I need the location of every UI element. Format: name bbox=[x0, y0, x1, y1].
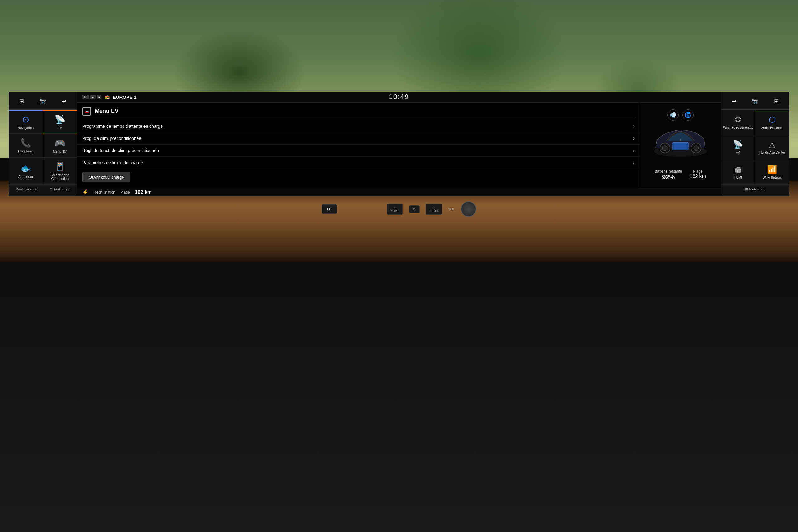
sidebar-item-telephone[interactable]: 📞 Téléphone bbox=[9, 134, 43, 157]
sidebar-item-hdmi[interactable]: ▦ HDMI bbox=[721, 160, 755, 185]
wifi-icon: 📶 bbox=[767, 165, 777, 174]
bottom-status-bar: ⚡ Rech. station Plage 162 km bbox=[77, 188, 721, 196]
all-apps-right-btn[interactable]: ⊞ Toutes app bbox=[744, 187, 767, 192]
range-bottom-label: Plage bbox=[120, 190, 130, 194]
car-svg bbox=[649, 123, 712, 164]
menu-item-clim-precond[interactable]: Prog. de clim. préconditionnée › bbox=[77, 132, 640, 145]
right-grid: ⚙ Paramètres généraux ⬡ Audio Bluetooth … bbox=[721, 110, 789, 185]
gear-settings-icon: ⚙ bbox=[735, 115, 742, 125]
chevron-icon-0: › bbox=[633, 124, 635, 129]
svg-rect-6 bbox=[673, 144, 687, 149]
sidebar-item-smartphone[interactable]: 📱 Smartphone Connection bbox=[43, 158, 77, 185]
open-charge-btn[interactable]: Ouvrir couv. charge bbox=[82, 172, 130, 182]
menu-ev-icon: 🎮 bbox=[55, 138, 65, 148]
honda-app-label: Honda App Center bbox=[759, 151, 785, 155]
radio-badges: TP ▲ ■ bbox=[82, 95, 101, 99]
range-bottom-value: 162 km bbox=[135, 189, 152, 195]
smartphone-icon: 📱 bbox=[55, 162, 65, 172]
audio-button[interactable]: ♪AUDIO bbox=[426, 204, 442, 215]
fm-label: FM bbox=[57, 126, 62, 130]
navigation-icon: ⊙ bbox=[22, 114, 29, 125]
sidebar-item-parametres[interactable]: ⚙ Paramètres généraux bbox=[721, 110, 755, 135]
ev-menu-area: 🚗 Menu EV Programme de temps d'attente e… bbox=[77, 102, 721, 188]
menu-item-charge-limit[interactable]: Paramètres de limite de charge › bbox=[77, 157, 640, 169]
ev-car-icon: 🚗 bbox=[82, 107, 91, 116]
all-apps-left-btn[interactable]: ⊞ Toutes app bbox=[48, 187, 71, 192]
sidebar-item-aquarium[interactable]: 🐟 Aquarium bbox=[9, 158, 43, 185]
sidebar-item-menu-ev[interactable]: 🎮 Menu EV bbox=[43, 134, 77, 157]
sidebar-item-honda-app[interactable]: △ Honda App Center bbox=[755, 135, 790, 159]
svg-point-2 bbox=[662, 146, 667, 151]
menu-item-clim-fonct[interactable]: Régl. de fonct. de clim. préconditionnée… bbox=[77, 145, 640, 157]
physical-controls: PP ⌂HOME ↺ ♪AUDIO VOL bbox=[0, 198, 798, 220]
chevron-icon-2: › bbox=[633, 148, 635, 153]
config-securite-btn[interactable]: Config sécurité bbox=[14, 187, 40, 192]
fan-icons: 💨 🌀 bbox=[667, 109, 694, 120]
pp-button[interactable]: PP bbox=[322, 205, 337, 214]
center-content: TP ▲ ■ 📻 EUROPE 1 10:49 🚗 Menu EV bbox=[77, 92, 721, 196]
hdmi-label: HDMI bbox=[734, 175, 742, 179]
chevron-icon-1: › bbox=[633, 136, 635, 141]
range-label: Plage bbox=[689, 169, 706, 174]
smartphone-label: Smartphone Connection bbox=[44, 173, 76, 180]
fm-right-icon: 📡 bbox=[733, 140, 743, 149]
battery-remaining: Batterie restante 92% bbox=[654, 169, 682, 181]
fm-icon: 📡 bbox=[55, 114, 65, 125]
tp-badge: TP bbox=[82, 95, 89, 99]
remaining-label: Batterie restante bbox=[654, 169, 682, 174]
right-camera-icon[interactable]: 📷 bbox=[749, 96, 761, 107]
header-bar: TP ▲ ■ 📻 EUROPE 1 10:49 bbox=[77, 92, 721, 102]
time-display: 10:49 bbox=[389, 93, 409, 101]
fan-btn-2[interactable]: 🌀 bbox=[682, 109, 694, 120]
charge-station-label: Rech. station bbox=[94, 190, 115, 194]
sidebar-item-navigation[interactable]: ⊙ Navigation bbox=[9, 110, 43, 134]
left-grid: ⊙ Navigation 📡 FM 📞 Téléphone 🎮 Menu EV … bbox=[9, 110, 77, 185]
audio-mode-button[interactable]: ↺ bbox=[409, 205, 420, 213]
vol-label: VOL bbox=[448, 208, 455, 211]
fan-btn-1[interactable]: 💨 bbox=[667, 109, 679, 120]
sidebar-item-fm[interactable]: 📡 FM bbox=[43, 110, 77, 134]
bluetooth-icon: ⬡ bbox=[769, 115, 776, 125]
home-button[interactable]: ⌂HOME bbox=[387, 204, 403, 215]
telephone-icon: 📞 bbox=[20, 138, 31, 148]
ev-menu-left: 🚗 Menu EV Programme de temps d'attente e… bbox=[77, 102, 640, 188]
radio-station: EUROPE 1 bbox=[113, 94, 136, 100]
menu-ev-label: Menu EV bbox=[53, 150, 67, 153]
menu-item-charge-wait[interactable]: Programme de temps d'attente en charge › bbox=[77, 120, 640, 132]
sidebar-item-wifi[interactable]: 📶 Wi-Fi Hotspot bbox=[755, 160, 790, 185]
radio-icon: 📻 bbox=[104, 94, 110, 99]
charge-wait-label: Programme de temps d'attente en charge bbox=[82, 124, 163, 129]
honda-app-icon: △ bbox=[769, 140, 775, 149]
clim-precond-label: Prog. de clim. préconditionnée bbox=[82, 136, 141, 141]
left-sidebar: ⊞ 📷 ↩ ⊙ Navigation 📡 FM 📞 Téléphone 🎮 bbox=[9, 92, 77, 196]
left-screen-icon[interactable]: ⊞ bbox=[16, 96, 27, 107]
memory-badge: ■ bbox=[97, 95, 101, 99]
aquarium-icon: 🐟 bbox=[20, 163, 31, 174]
volume-knob[interactable] bbox=[461, 201, 476, 217]
hdmi-icon: ▦ bbox=[734, 165, 742, 174]
right-sidebar-bottom: ⊞ Toutes app bbox=[721, 185, 789, 194]
navigation-label: Navigation bbox=[17, 126, 34, 130]
left-top-icons: ⊞ 📷 ↩ bbox=[9, 94, 77, 110]
sidebar-item-fm-right[interactable]: 📡 FM bbox=[721, 135, 755, 159]
right-top-icons: ↩ 📷 ⊞ bbox=[721, 94, 789, 110]
ev-menu-title: Menu EV bbox=[95, 108, 118, 114]
left-sidebar-bottom: Config sécurité ⊞ Toutes app bbox=[9, 185, 77, 194]
clim-fonct-label: Régl. de fonct. de clim. préconditionnée bbox=[82, 148, 159, 153]
fm-right-label: FM bbox=[736, 151, 740, 155]
charge-limit-label: Paramètres de limite de charge bbox=[82, 160, 143, 165]
sidebar-item-audio-bluetooth[interactable]: ⬡ Audio Bluetooth bbox=[755, 110, 790, 135]
svg-point-7 bbox=[680, 139, 681, 141]
right-screen-icon[interactable]: ⊞ bbox=[771, 96, 782, 107]
left-camera-icon[interactable]: 📷 bbox=[37, 96, 48, 107]
battery-info: Batterie restante 92% Plage 162 km bbox=[654, 169, 706, 181]
signal-badge: ▲ bbox=[90, 95, 96, 99]
left-back-icon[interactable]: ↩ bbox=[58, 96, 70, 107]
right-sidebar: ↩ 📷 ⊞ ⚙ Paramètres généraux ⬡ Audio Blue… bbox=[721, 92, 789, 196]
car-graphic bbox=[649, 123, 712, 167]
right-back-icon[interactable]: ↩ bbox=[728, 96, 740, 107]
chevron-icon-3: › bbox=[633, 160, 635, 166]
ev-menu-list: Programme de temps d'attente en charge ›… bbox=[77, 120, 640, 169]
telephone-label: Téléphone bbox=[17, 149, 34, 153]
parametres-label: Paramètres généraux bbox=[723, 126, 753, 130]
